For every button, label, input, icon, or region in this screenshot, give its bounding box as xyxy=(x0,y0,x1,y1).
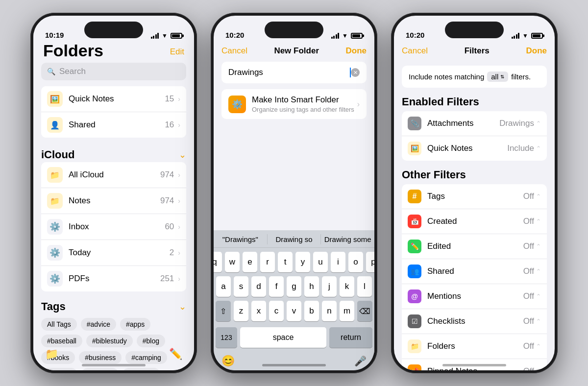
key-f[interactable]: f xyxy=(269,276,284,297)
key-q[interactable]: q xyxy=(214,252,222,272)
shift-key[interactable]: ⇧ xyxy=(216,301,231,321)
key-w[interactable]: w xyxy=(225,252,240,272)
suggestion-1[interactable]: "Drawings" xyxy=(214,234,268,244)
key-c[interactable]: c xyxy=(269,301,284,321)
tags-section-header[interactable]: Tags ⌄ xyxy=(33,297,194,314)
key-l[interactable]: l xyxy=(357,276,372,297)
return-key[interactable]: return xyxy=(329,327,372,348)
tag-church[interactable]: #church xyxy=(41,368,77,370)
key-z[interactable]: z xyxy=(234,301,248,321)
key-j[interactable]: j xyxy=(322,276,337,297)
emoji-key[interactable]: 😊 xyxy=(221,355,235,367)
key-p[interactable]: p xyxy=(366,252,374,272)
key-a[interactable]: a xyxy=(216,276,231,297)
suggestion-3[interactable]: Drawing some xyxy=(321,234,374,244)
search-bar[interactable]: 🔍 Search xyxy=(41,63,186,80)
quick-notes-item[interactable]: 🖼️ Quick Notes 15 › xyxy=(41,86,186,112)
shared-count: 16 xyxy=(165,120,174,130)
filter-attachments[interactable]: 📎 Attachments Drawings ⌃ xyxy=(402,111,547,136)
home-indicator-1 xyxy=(82,364,146,366)
tag-biblestudy[interactable]: #biblestudy xyxy=(86,335,133,347)
quick-notes-count: 15 xyxy=(165,94,174,104)
new-note-button[interactable]: ✏️ xyxy=(169,348,182,361)
chevron-r-icon-5: › xyxy=(178,275,180,283)
space-key[interactable]: space xyxy=(240,327,326,348)
key-s[interactable]: s xyxy=(234,276,248,297)
created-chevron-icon: ⌃ xyxy=(536,218,541,225)
key-b[interactable]: b xyxy=(304,301,319,321)
key-m[interactable]: m xyxy=(340,301,354,321)
chevron-r-icon: › xyxy=(178,171,180,179)
numbers-key[interactable]: 123 xyxy=(216,327,237,348)
done-button-3[interactable]: Done xyxy=(526,46,547,56)
chevron-r-icon-2: › xyxy=(178,197,180,205)
shared-filter-icon: 👥 xyxy=(408,265,421,278)
key-u[interactable]: u xyxy=(313,252,328,272)
quick-notes-label: Quick Notes xyxy=(69,94,165,104)
smart-folder-option[interactable]: ⚙️ Make Into Smart Folder Organize using… xyxy=(221,89,367,119)
key-row-2: a s d f g h j k l xyxy=(216,276,372,297)
filter-checklists[interactable]: ☑ Checklists Off ⌃ xyxy=(402,309,547,334)
tag-apps[interactable]: #apps xyxy=(120,318,150,331)
inbox-item[interactable]: ⚙️ Inbox 60 › xyxy=(41,214,186,240)
new-folder-button[interactable]: 📁 xyxy=(45,348,58,361)
key-row-1: q w e r t y u i o p xyxy=(216,252,372,272)
delete-key[interactable]: ⌫ xyxy=(357,301,372,321)
folder-name-input[interactable]: Drawings ✕ xyxy=(221,62,367,83)
key-v[interactable]: v xyxy=(287,301,301,321)
done-button-2[interactable]: Done xyxy=(345,46,367,56)
smart-folder-text: Make Into Smart Folder Organize using ta… xyxy=(252,95,354,113)
tag-finance[interactable]: #finance xyxy=(122,368,160,370)
filter-tags[interactable]: # Tags Off ⌃ xyxy=(402,184,547,209)
tag-blog[interactable]: #blog xyxy=(137,335,165,347)
key-i[interactable]: i xyxy=(331,252,345,272)
cancel-button-3[interactable]: Cancel xyxy=(402,46,428,56)
cancel-button-2[interactable]: Cancel xyxy=(221,46,247,56)
chevron-r-icon-3: › xyxy=(178,223,180,231)
edit-button[interactable]: Edit xyxy=(170,47,184,59)
notes-item[interactable]: 📁 Notes 974 › xyxy=(41,188,186,214)
filter-shared[interactable]: 👥 Shared Off ⌃ xyxy=(402,259,547,284)
key-r[interactable]: r xyxy=(260,252,275,272)
key-row-3: ⇧ z x c v b n m ⌫ xyxy=(216,301,372,321)
icloud-section-header[interactable]: iCloud ⌄ xyxy=(33,145,194,162)
filter-folders[interactable]: 📁 Folders Off ⌃ xyxy=(402,334,547,359)
attachments-chevron-icon: ⌃ xyxy=(536,120,541,127)
suggestion-2[interactable]: Drawing so xyxy=(268,234,321,244)
filter-mentions[interactable]: @ Mentions Off ⌃ xyxy=(402,284,547,309)
notes-folder-icon: 📁 xyxy=(47,193,63,209)
key-e[interactable]: e xyxy=(243,252,257,272)
all-icloud-count: 974 xyxy=(160,170,174,180)
filter-created[interactable]: 📅 Created Off ⌃ xyxy=(402,209,547,234)
match-selector-value: all xyxy=(491,72,498,81)
created-filter-icon: 📅 xyxy=(408,215,421,228)
key-d[interactable]: d xyxy=(251,276,266,297)
pinned-chevron-icon: ⌃ xyxy=(536,368,541,370)
pdfs-item[interactable]: ⚙️ PDFs 251 › xyxy=(41,266,186,291)
tag-clothes[interactable]: #clothes xyxy=(81,368,119,370)
key-k[interactable]: k xyxy=(340,276,354,297)
today-item[interactable]: ⚙️ Today 2 › xyxy=(41,240,186,266)
tag-all[interactable]: All Tags xyxy=(41,318,77,331)
filter-quick-notes[interactable]: 🖼️ Quick Notes Include ⌃ xyxy=(402,136,547,161)
microphone-key[interactable]: 🎤 xyxy=(354,355,367,367)
tag-advice[interactable]: #advice xyxy=(81,318,116,331)
shared-item[interactable]: 👤 Shared 16 › xyxy=(41,112,186,138)
tag-baseball[interactable]: #baseball xyxy=(41,335,82,347)
key-h[interactable]: h xyxy=(304,276,319,297)
key-x[interactable]: x xyxy=(251,301,266,321)
icloud-chevron-icon: ⌄ xyxy=(179,149,186,160)
all-icloud-item[interactable]: 📁 All iCloud 974 › xyxy=(41,162,186,188)
key-n[interactable]: n xyxy=(322,301,337,321)
key-t[interactable]: t xyxy=(278,252,293,272)
shared-filter-value: Off xyxy=(523,266,534,276)
today-icon: ⚙️ xyxy=(47,245,63,261)
keyboard-suggestions-row: "Drawings" Drawing so Drawing some xyxy=(214,230,374,248)
clear-button[interactable]: ✕ xyxy=(351,68,360,77)
key-g[interactable]: g xyxy=(287,276,301,297)
key-y[interactable]: y xyxy=(295,252,310,272)
key-o[interactable]: o xyxy=(348,252,363,272)
keyboard[interactable]: "Drawings" Drawing so Drawing some q w e… xyxy=(214,230,374,370)
filter-edited[interactable]: ✏️ Edited Off ⌃ xyxy=(402,234,547,259)
match-selector[interactable]: all ⇅ xyxy=(487,72,508,82)
